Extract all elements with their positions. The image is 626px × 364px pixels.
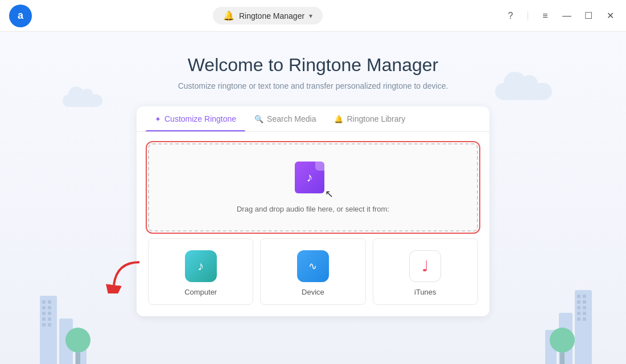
buildings-right xyxy=(545,290,592,364)
tab-customize-label: Customize Ringtone xyxy=(164,114,236,123)
tab-search-label: Search Media xyxy=(267,114,316,123)
tab-customize-ringtone[interactable]: ✦ Customize Ringtone xyxy=(146,106,245,131)
drop-zone-icon-area: ♪ ↖ xyxy=(295,162,331,198)
computer-label: Computer xyxy=(184,288,217,296)
help-button[interactable]: ? xyxy=(504,9,517,23)
app-logo[interactable]: a xyxy=(9,5,32,27)
cloud-decoration-right xyxy=(495,83,552,100)
tree-left xyxy=(65,328,90,364)
cursor-icon: ↖ xyxy=(325,188,333,200)
drop-zone-text: Drag and drop audio file here, or select… xyxy=(237,205,389,213)
customize-tab-icon: ✦ xyxy=(155,115,161,123)
drop-zone[interactable]: ♪ ↖ Drag and drop audio file here, or se… xyxy=(148,143,478,231)
device-label: Device xyxy=(302,288,324,296)
minimize-button[interactable]: — xyxy=(560,9,574,23)
tab-search-media[interactable]: 🔍 Search Media xyxy=(245,106,325,131)
tab-library-label: Ringtone Library xyxy=(347,114,405,123)
chevron-down-icon: ▾ xyxy=(309,12,312,20)
device-music-icon: ∿ xyxy=(308,260,317,272)
main-content: Welcome to Ringtone Manager Customize ri… xyxy=(0,32,626,364)
source-cards-container: ♪ Computer ∿ Device ♩ iTunes xyxy=(137,238,489,316)
device-icon: ∿ xyxy=(297,250,329,282)
welcome-subtitle: Customize ringtone or text tone and tran… xyxy=(178,81,448,90)
computer-icon: ♪ xyxy=(185,250,217,282)
separator xyxy=(528,11,528,20)
bell-icon: 🔔 xyxy=(223,10,234,21)
source-card-itunes[interactable]: ♩ iTunes xyxy=(373,238,478,305)
tab-ringtone-library[interactable]: 🔔 Ringtone Library xyxy=(325,106,414,131)
itunes-label: iTunes xyxy=(414,288,436,296)
search-tab-icon: 🔍 xyxy=(254,115,263,123)
source-card-computer[interactable]: ♪ Computer xyxy=(148,238,253,305)
menu-button[interactable]: ≡ xyxy=(538,9,552,23)
source-card-device[interactable]: ∿ Device xyxy=(260,238,365,305)
computer-music-icon: ♪ xyxy=(197,259,204,274)
drop-zone-container: ♪ ↖ Drag and drop audio file here, or se… xyxy=(137,132,489,238)
music-file-icon: ♪ xyxy=(295,162,324,193)
app-title-text: Ringtone Manager xyxy=(239,11,304,20)
library-tab-icon: 🔔 xyxy=(334,115,343,123)
tab-bar: ✦ Customize Ringtone 🔍 Search Media 🔔 Ri… xyxy=(137,106,489,132)
buildings-left xyxy=(40,296,87,364)
welcome-title: Welcome to Ringtone Manager xyxy=(188,55,439,76)
close-button[interactable]: ✕ xyxy=(603,9,617,23)
main-panel: ✦ Customize Ringtone 🔍 Search Media 🔔 Ri… xyxy=(137,106,489,316)
music-note-icon: ♪ xyxy=(307,170,313,185)
titlebar: a 🔔 Ringtone Manager ▾ ? ≡ — ☐ ✕ xyxy=(0,0,626,32)
cloud-decoration-left xyxy=(63,94,102,107)
itunes-music-icon: ♩ xyxy=(422,258,429,275)
itunes-icon: ♩ xyxy=(409,250,441,282)
window-controls: ? ≡ — ☐ ✕ xyxy=(504,9,617,23)
app-title-button[interactable]: 🔔 Ringtone Manager ▾ xyxy=(213,7,323,24)
maximize-button[interactable]: ☐ xyxy=(582,9,595,23)
tree-right xyxy=(550,328,575,364)
